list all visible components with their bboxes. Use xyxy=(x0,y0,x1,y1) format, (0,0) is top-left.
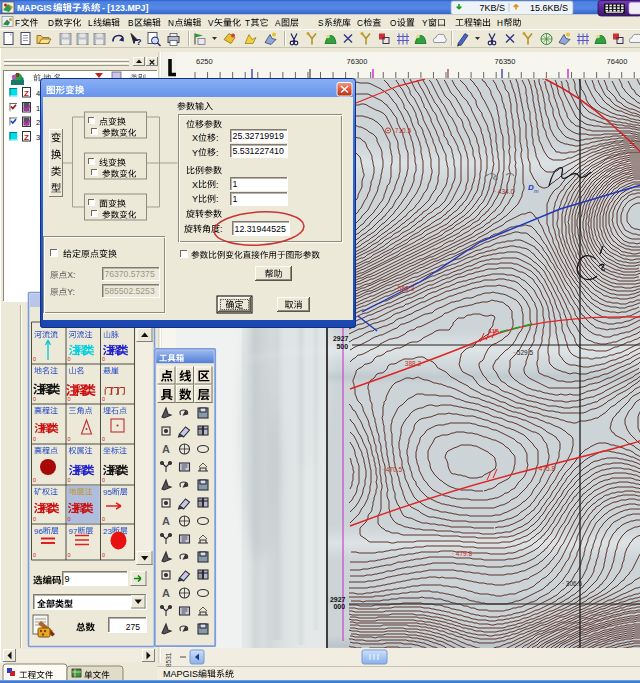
svg-text:388.2: 388.2 xyxy=(405,360,422,367)
svg-text:Z: Z xyxy=(24,133,29,142)
svg-text:0: 0 xyxy=(33,356,36,362)
svg-text:76300: 76300 xyxy=(347,57,368,66)
svg-text:5.531227410: 5.531227410 xyxy=(233,146,284,156)
svg-text:0: 0 xyxy=(33,396,36,402)
svg-text:710.5: 710.5 xyxy=(395,127,412,134)
svg-text:0: 0 xyxy=(68,477,71,483)
svg-text:?: ? xyxy=(136,37,142,47)
svg-text:23: 23 xyxy=(103,527,112,536)
svg-text:N: N xyxy=(168,19,174,28)
svg-text:· 470.5: · 470.5 xyxy=(382,466,403,473)
svg-text:L: L xyxy=(88,19,93,28)
svg-text:D: D xyxy=(48,19,54,28)
svg-text:MAPGIS: MAPGIS xyxy=(17,3,52,13)
svg-text:76400: 76400 xyxy=(607,57,628,66)
svg-text:0: 0 xyxy=(102,477,105,483)
svg-text:C: C xyxy=(357,19,363,28)
svg-text:2927: 2927 xyxy=(333,335,348,342)
svg-text:F: F xyxy=(15,19,20,28)
svg-text:0: 0 xyxy=(33,436,36,442)
svg-text:0: 0 xyxy=(33,477,36,483)
svg-text:· 306.6: · 306.6 xyxy=(562,580,583,587)
svg-text:0: 0 xyxy=(68,552,71,558)
svg-text:· 475.8: · 475.8 xyxy=(535,465,556,472)
svg-text:Y:: Y: xyxy=(67,287,75,297)
svg-text:X: X xyxy=(192,180,198,190)
svg-text:8531: 8531 xyxy=(165,652,172,667)
svg-text:15.6KB/S: 15.6KB/S xyxy=(530,3,568,13)
svg-text::: : xyxy=(216,133,219,143)
svg-text:0: 0 xyxy=(102,552,105,558)
svg-text:H: H xyxy=(497,19,503,28)
svg-text::: : xyxy=(220,224,223,234)
svg-text:0: 0 xyxy=(33,552,36,558)
svg-text:0: 0 xyxy=(68,396,71,402)
svg-text:S: S xyxy=(318,19,324,28)
svg-text:1: 1 xyxy=(36,104,40,113)
svg-text:· 434.0: · 434.0 xyxy=(494,188,515,195)
svg-text:· 479.8: · 479.8 xyxy=(452,550,473,557)
svg-text:7KB/S: 7KB/S xyxy=(479,3,505,13)
svg-text:1: 1 xyxy=(233,194,238,204)
svg-text:500: 500 xyxy=(337,343,349,350)
svg-text:95: 95 xyxy=(103,488,112,497)
svg-text:2: 2 xyxy=(36,118,40,127)
svg-text:X: X xyxy=(192,133,198,143)
svg-text:12.31944525: 12.31944525 xyxy=(235,224,286,234)
svg-text:96: 96 xyxy=(34,527,43,536)
svg-text:2927: 2927 xyxy=(330,596,345,603)
svg-text:0: 0 xyxy=(33,516,36,522)
svg-text:· 529.5: · 529.5 xyxy=(513,349,534,356)
svg-text:X:: X: xyxy=(67,270,75,280)
svg-text:V: V xyxy=(208,19,214,28)
svg-text:A: A xyxy=(162,515,170,527)
svg-text:O: O xyxy=(390,19,396,28)
svg-text:B: B xyxy=(128,19,134,28)
svg-text:A: A xyxy=(162,443,170,455)
svg-text:Y: Y xyxy=(192,194,198,204)
svg-text:4: 4 xyxy=(36,89,40,98)
svg-text:97: 97 xyxy=(69,527,78,536)
svg-text:T: T xyxy=(245,19,250,28)
svg-text::: : xyxy=(216,194,219,204)
svg-text:0: 0 xyxy=(68,516,71,522)
svg-text:000: 000 xyxy=(334,603,346,610)
svg-text:· 569.3: · 569.3 xyxy=(394,285,415,292)
svg-text::: : xyxy=(216,148,219,158)
svg-text:Y: Y xyxy=(192,148,198,158)
svg-text:MAPGIS: MAPGIS xyxy=(163,669,198,679)
svg-text:9: 9 xyxy=(65,574,70,584)
svg-text:76370.57375: 76370.57375 xyxy=(105,269,155,279)
svg-text:76350: 76350 xyxy=(495,57,516,66)
svg-text:585502.5253: 585502.5253 xyxy=(105,286,155,296)
svg-text:Y: Y xyxy=(422,19,428,28)
svg-text:0: 0 xyxy=(68,436,71,442)
svg-text:m: m xyxy=(534,188,539,194)
svg-text:0: 0 xyxy=(102,436,105,442)
svg-text:0: 0 xyxy=(102,356,105,362)
svg-text:Z: Z xyxy=(24,89,29,98)
svg-text:6250: 6250 xyxy=(196,57,213,66)
svg-text:11A: 11A xyxy=(489,328,500,334)
svg-text:0: 0 xyxy=(102,516,105,522)
svg-text:3: 3 xyxy=(36,133,40,142)
svg-text::: : xyxy=(216,180,219,190)
svg-text:275: 275 xyxy=(126,622,140,632)
svg-text:A: A xyxy=(162,587,170,599)
svg-text:25.32719919: 25.32719919 xyxy=(233,131,284,141)
svg-text:1: 1 xyxy=(233,179,238,189)
svg-text:A: A xyxy=(275,19,281,28)
svg-text:0: 0 xyxy=(68,356,71,362)
svg-text:- [123.MPJ]: - [123.MPJ] xyxy=(102,3,149,13)
svg-text:0: 0 xyxy=(102,396,105,402)
